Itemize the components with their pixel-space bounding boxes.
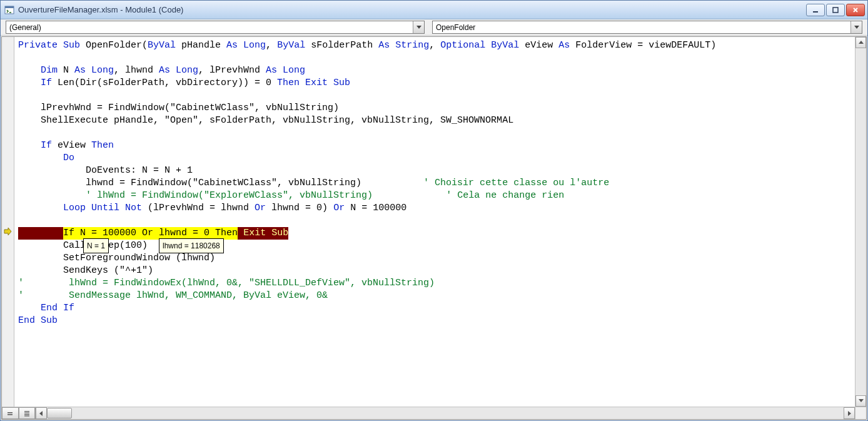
maximize-button[interactable] <box>826 4 845 16</box>
hscroll-track[interactable] <box>47 407 844 419</box>
full-module-view-button[interactable] <box>19 407 36 419</box>
svg-rect-9 <box>24 415 29 416</box>
horizontal-scrollbar[interactable] <box>36 407 855 419</box>
procedure-dropdown-value: OpenFolder <box>436 23 850 32</box>
svg-rect-1 <box>5 6 14 8</box>
vscroll-track[interactable] <box>855 48 866 395</box>
svg-rect-7 <box>24 412 29 413</box>
window-title: OuvertureFileManager.xlsm - Module1 (Cod… <box>18 5 806 14</box>
scroll-right-button[interactable] <box>844 407 855 419</box>
titlebar[interactable]: OuvertureFileManager.xlsm - Module1 (Cod… <box>1 1 867 19</box>
minimize-button[interactable] <box>806 4 825 16</box>
code-scroll-wrap: Private Sub OpenFolder(ByVal pHandle As … <box>2 37 866 407</box>
procedure-view-button[interactable] <box>2 407 19 419</box>
scroll-up-button[interactable] <box>855 37 866 48</box>
debug-tooltip-n: N = 1 <box>83 238 109 253</box>
window-controls <box>806 4 865 16</box>
object-dropdown-value: (General) <box>9 23 413 32</box>
code-pane: Private Sub OpenFolder(ByVal pHandle As … <box>1 36 867 420</box>
svg-rect-3 <box>833 8 838 13</box>
close-button[interactable] <box>846 4 865 16</box>
chevron-down-icon <box>850 21 862 33</box>
chevron-down-icon <box>413 21 424 33</box>
svg-rect-5 <box>8 414 13 415</box>
exec-line-highlight <box>18 227 63 240</box>
object-proc-bar: (General) OpenFolder <box>1 19 867 36</box>
code-bottom-bar <box>2 407 866 419</box>
scrollbar-corner <box>855 407 866 419</box>
object-dropdown[interactable]: (General) <box>6 21 425 34</box>
code-editor[interactable]: Private Sub OpenFolder(ByVal pHandle As … <box>14 37 855 407</box>
vertical-scrollbar[interactable] <box>855 37 866 407</box>
svg-rect-8 <box>24 414 29 415</box>
scroll-down-button[interactable] <box>855 395 866 407</box>
vba-module-icon <box>4 5 14 15</box>
procedure-dropdown[interactable]: OpenFolder <box>432 21 862 34</box>
view-mode-buttons <box>2 407 36 419</box>
execution-pointer-icon <box>3 227 12 236</box>
scroll-left-button[interactable] <box>36 407 47 419</box>
vbe-window: OuvertureFileManager.xlsm - Module1 (Cod… <box>0 0 868 421</box>
svg-rect-4 <box>8 412 13 413</box>
margin-indicator-bar[interactable] <box>2 37 14 407</box>
hscroll-thumb[interactable] <box>47 408 72 418</box>
svg-rect-2 <box>813 11 818 13</box>
debug-tooltip-lhwnd: lhwnd = 1180268 <box>159 238 224 253</box>
svg-rect-6 <box>24 411 29 412</box>
